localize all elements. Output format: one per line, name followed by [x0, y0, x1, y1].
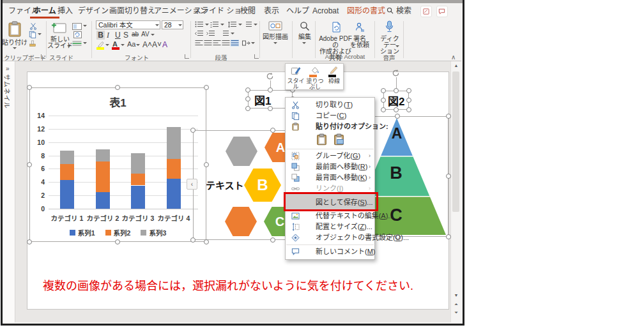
selection-handle[interactable]: [446, 234, 451, 239]
layout-icon[interactable]: [72, 23, 82, 30]
request-signature-icon[interactable]: [355, 22, 365, 33]
outline-button[interactable]: 枠線: [325, 65, 343, 89]
line-spacing-icon[interactable]: [228, 21, 237, 28]
columns-icon[interactable]: [220, 30, 229, 37]
scroll-up-button[interactable]: ▲: [452, 62, 461, 69]
selection-handle[interactable]: [204, 85, 209, 90]
distribute-icon[interactable]: [231, 40, 239, 47]
selection-handle[interactable]: [27, 162, 32, 167]
scroll-down-button[interactable]: ▼: [452, 292, 461, 299]
menu-item-最背面へ移動[interactable]: 最背面へ移動(K)›: [286, 172, 374, 183]
section-icon[interactable]: [72, 40, 82, 47]
align-left-icon[interactable]: [195, 40, 203, 47]
paste-as-picture-icon[interactable]: [333, 133, 345, 146]
selection-handle[interactable]: [245, 96, 250, 101]
selection-handle[interactable]: [446, 114, 451, 119]
request-signature-label[interactable]: 署名 を依頼: [349, 36, 370, 49]
thumbnail-expand-icon[interactable]: »: [6, 65, 10, 72]
menu-item-新しいコメント[interactable]: 新しいコメント(M): [286, 246, 374, 257]
justify-icon[interactable]: [222, 40, 230, 47]
shrink-font-button[interactable]: A˅: [152, 40, 162, 49]
paste-keep-format-icon[interactable]: [316, 133, 328, 146]
cut-icon[interactable]: [29, 22, 37, 30]
selection-handle[interactable]: [115, 85, 120, 90]
bold-button[interactable]: B: [96, 31, 105, 40]
selection-handle[interactable]: [190, 128, 195, 133]
previous-slide-button[interactable]: ⏶: [452, 301, 461, 308]
tab-図形の書式[interactable]: 図形の書式: [344, 3, 388, 19]
tab-ヘルプ[interactable]: ヘルプ: [283, 3, 312, 19]
selection-handle[interactable]: [270, 128, 275, 133]
collapse-ribbon-icon[interactable]: ∧: [451, 54, 456, 61]
chart-selection-frame[interactable]: [29, 87, 206, 242]
tab-校閲[interactable]: 校閲: [237, 3, 259, 19]
align-center-icon[interactable]: [204, 40, 212, 47]
menu-item-最前面へ移動[interactable]: 最前面へ移動(R)›: [286, 161, 374, 172]
selection-handle[interactable]: [204, 239, 209, 244]
tab-表示[interactable]: 表示: [261, 3, 282, 19]
menu-item-配置とサイズ[interactable]: 配置とサイズ(Z)...: [286, 221, 374, 232]
style-button[interactable]: スタイル: [287, 65, 305, 89]
selection-handle[interactable]: [395, 114, 400, 119]
tab-挿入[interactable]: 挿入: [54, 3, 76, 19]
selection-handle[interactable]: [268, 87, 273, 93]
menu-item-切り取り[interactable]: 切り取り(T): [286, 100, 374, 110]
selection-handle[interactable]: [27, 85, 32, 90]
rotation-handle[interactable]: [392, 68, 400, 77]
scrollbar-thumb[interactable]: [452, 71, 459, 212]
font-name-combo[interactable]: Calibri 本文: [96, 20, 160, 29]
next-slide-button[interactable]: ⏷: [452, 309, 461, 316]
convert-smartart-icon[interactable]: [242, 40, 250, 47]
align-right-icon[interactable]: [213, 40, 221, 47]
grow-font-button[interactable]: A˄: [142, 40, 152, 49]
selection-handle[interactable]: [245, 106, 250, 111]
outdent-icon[interactable]: [195, 30, 204, 37]
copy-icon[interactable]: [29, 31, 36, 38]
underline-button[interactable]: U: [115, 31, 121, 40]
selection-handle[interactable]: [406, 98, 411, 103]
text-direction-icon[interactable]: [243, 21, 252, 28]
text-shadow-button[interactable]: S: [123, 31, 128, 40]
paragraph-dialog-launcher[interactable]: [254, 54, 259, 59]
selection-handle[interactable]: [270, 237, 275, 243]
dictation-icon[interactable]: [385, 20, 394, 33]
selection-handle[interactable]: [381, 98, 386, 103]
selection-handle[interactable]: [406, 88, 411, 93]
font-dialog-launcher[interactable]: [185, 54, 189, 59]
change-case-button[interactable]: Aa: [127, 40, 135, 48]
selection-handle[interactable]: [394, 88, 399, 93]
menu-item-オブジェクトの書式設定[interactable]: オブジェクトの書式設定(O)...: [286, 232, 374, 243]
menu-item-代替テキストの編集[interactable]: 代替テキストの編集(A)...: [286, 211, 374, 221]
comments-button[interactable]: [436, 6, 448, 17]
italic-button[interactable]: I: [107, 31, 109, 40]
ink-replay-button[interactable]: [420, 6, 432, 17]
menu-item-貼り付けのオプション:[interactable]: 貼り付けのオプション:: [286, 121, 374, 132]
selection-handle[interactable]: [394, 107, 399, 112]
tab-Acrobat[interactable]: Acrobat: [309, 3, 342, 19]
selection-handle[interactable]: [245, 87, 250, 93]
character-spacing-button[interactable]: AV: [141, 31, 150, 38]
clipboard-dialog-launcher[interactable]: [41, 54, 45, 59]
strikethrough-button[interactable]: ab: [132, 31, 139, 38]
selection-handle[interactable]: [268, 106, 273, 111]
selection-handle[interactable]: [446, 174, 451, 179]
format-painter-icon[interactable]: [29, 40, 36, 48]
reset-icon[interactable]: [73, 31, 82, 38]
smartart-textpane-toggle[interactable]: ‹: [187, 179, 197, 190]
selection-handle[interactable]: [115, 239, 120, 244]
selection-handle[interactable]: [381, 88, 386, 93]
create-pdf-icon[interactable]: [331, 22, 342, 33]
rotation-handle[interactable]: [266, 71, 274, 80]
new-slide-button[interactable]: [51, 22, 67, 37]
indent-icon[interactable]: [206, 30, 215, 37]
selection-handle[interactable]: [27, 239, 32, 244]
bullets-icon[interactable]: [195, 21, 204, 28]
fill-button[interactable]: 塗りつ ぶし: [306, 65, 324, 89]
selection-handle[interactable]: [204, 162, 209, 167]
menu-item-グループ化[interactable]: グループ化(G)›: [286, 151, 374, 161]
selection-handle[interactable]: [406, 107, 411, 112]
tab-検索[interactable]: 検索: [383, 3, 415, 19]
clear-format-button[interactable]: A: [162, 40, 167, 49]
numbering-icon[interactable]: [210, 21, 219, 28]
paste-button[interactable]: [8, 21, 22, 40]
